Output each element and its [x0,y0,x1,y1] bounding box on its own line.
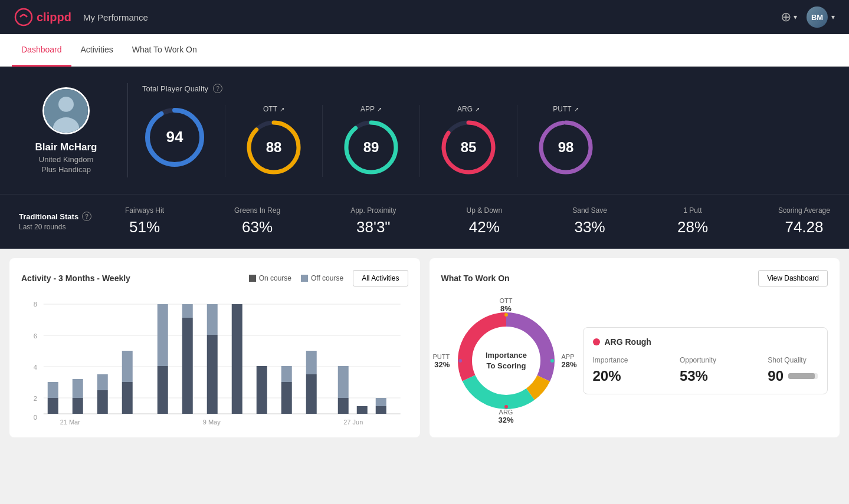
stats-label-sub: Last 20 rounds [19,223,125,231]
svg-text:98: 98 [558,139,574,155]
bar-14-on [376,406,386,414]
donut-ott-dot [504,313,508,317]
stats-row: Traditional Stats ? Last 20 rounds Fairw… [0,195,849,249]
activity-legend: On course Off course [249,274,344,282]
app-arrow-icon: ↗ [377,106,382,113]
bottom-section: Activity - 3 Months - Weekly On course O… [0,249,849,447]
wtwon-card: What To Work On View Dashboard [430,258,840,437]
add-chevron-icon: ▾ [794,13,797,21]
info-card-title: ARG Rough [605,337,651,347]
bar-10-on [281,382,292,414]
avatar[interactable]: BM [807,6,828,28]
app-pct: 28% [561,360,576,369]
stats-label: Traditional Stats ? Last 20 rounds [19,212,125,231]
wtwon-title: What To Work On [441,274,510,283]
bar-14-off [376,398,386,406]
donut-putt-dot [458,359,462,363]
player-info: Blair McHarg United Kingdom Plus Handica… [19,87,113,174]
gauge-ott: OTT ↗ 88 [225,105,323,177]
player-avatar [42,87,90,134]
gauge-app-svg: 89 [342,118,401,177]
gauge-main-circle: 94 [142,105,201,164]
bar-6-on [182,318,193,414]
hero-divider [127,83,128,177]
svg-point-2 [58,96,74,111]
donut-chart: Importance To Scoring OTT 8% [441,296,571,426]
info-metrics: Importance 20% Opportunity 53% Shot Qual… [593,356,818,384]
y-label-0: 0 [34,414,37,421]
metric-shot-quality: Shot Quality 90 [768,356,818,384]
svg-point-0 [15,9,32,25]
ott-arrow-icon: ↗ [280,106,284,113]
y-label-8: 8 [34,301,37,308]
bar-8-on [232,304,242,414]
bar-12-off [338,366,349,398]
player-avatar-img [44,89,88,133]
all-activities-button[interactable]: All Activities [353,270,408,286]
gauge-app: APP ↗ 89 [323,105,420,177]
donut-center-2: To Scoring [486,361,526,370]
activity-title: Activity - 3 Months - Weekly [21,274,130,283]
stat-scoring: Scoring Average 74.28 [778,206,830,236]
player-name: Blair McHarg [35,141,97,153]
gauge-arg: ARG ↗ 85 [420,105,517,177]
activity-chart-svg: 8 6 4 2 0 [21,296,408,426]
activity-header: Activity - 3 Months - Weekly On course O… [21,270,408,286]
activity-chart: 8 6 4 2 0 [21,296,408,426]
bar-7-off [207,304,218,335]
wtwon-header: What To Work On View Dashboard [441,270,828,286]
gauge-main: 94 [142,105,225,177]
svg-text:85: 85 [461,139,477,155]
gauge-main-svg: 94 [142,105,207,170]
quality-title: Total Player Quality [142,84,208,93]
player-country: United Kingdom [39,155,94,164]
stats-label-title: Traditional Stats ? [19,212,125,221]
stat-proximity: App. Proximity 38'3" [350,206,396,236]
add-button[interactable]: ⊕ ▾ [781,9,797,25]
bar-1-on [48,398,58,414]
avatar-img: BM [807,6,828,28]
activity-controls: On course Off course All Activities [249,270,408,286]
svg-text:94: 94 [166,128,183,146]
metric-opportunity: Opportunity 53% [680,356,716,384]
avatar-initials: BM [811,13,823,22]
stat-oneputt: 1 Putt 28% [677,206,708,236]
header: clippd My Performance ⊕ ▾ BM ▾ [0,0,849,34]
x-label-may: 9 May [203,419,221,426]
shot-quality-fill [788,373,815,379]
gauge-ott-label: OTT ↗ [263,105,284,113]
tab-what-to-work-on[interactable]: What To Work On [123,34,206,67]
tab-activities[interactable]: Activities [71,34,123,67]
gauge-app-label: APP ↗ [360,105,382,113]
user-menu[interactable]: BM ▾ [807,6,835,28]
putt-label: PUTT 32% [433,353,450,369]
stat-greens: Greens In Reg 63% [234,206,280,236]
putt-label-text: PUTT [433,353,450,360]
quality-header: Total Player Quality ? [142,84,830,93]
gauge-putt-circle: 98 [536,118,595,177]
y-label-4: 4 [34,364,37,371]
arg-label-text: ARG [498,409,513,416]
bar-9-on [257,366,267,414]
y-label-2: 2 [34,395,37,402]
arg-label: ARG 32% [498,409,513,424]
bar-10-off [281,366,292,382]
ott-label-text: OTT [500,297,513,304]
x-label-jun: 27 Jun [343,419,363,426]
bar-3-on [97,390,108,414]
activity-card: Activity - 3 Months - Weekly On course O… [9,258,420,437]
donut-center-1: Importance [485,351,526,360]
legend-off-course: Off course [301,274,343,282]
header-right: ⊕ ▾ BM ▾ [781,6,835,28]
logo[interactable]: clippd [14,8,71,27]
view-dashboard-button[interactable]: View Dashboard [758,270,828,286]
metric-importance: Importance 20% [593,356,628,384]
quality-help-icon[interactable]: ? [213,84,222,93]
player-avatar-svg [44,87,88,134]
bar-4-off [122,351,133,382]
bar-4-on [122,382,133,414]
stats-help-icon[interactable]: ? [82,212,91,221]
tab-dashboard[interactable]: Dashboard [12,34,71,67]
tabs: Dashboard Activities What To Work On [0,34,849,67]
ott-pct: 8% [500,304,513,313]
